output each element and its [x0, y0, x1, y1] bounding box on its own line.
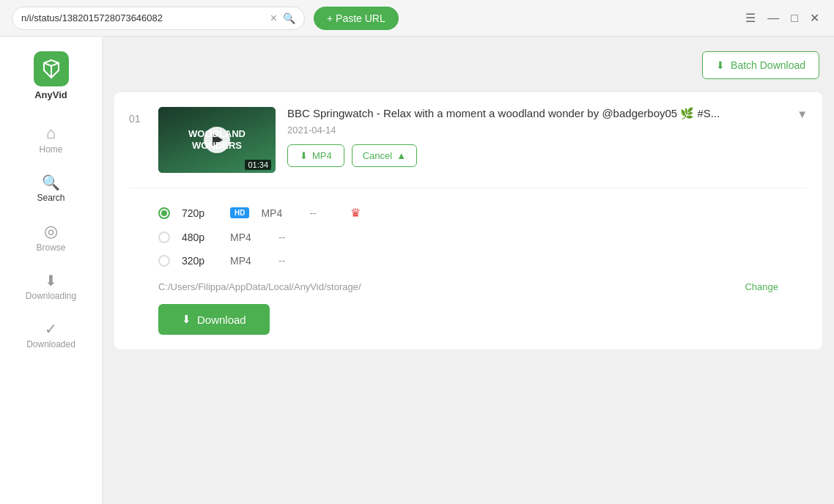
video-card: 01 WOODLANDWONDERS 01:34 BBC Springwatch…	[114, 92, 822, 349]
size-720p: --	[309, 207, 339, 219]
mp4-label: MP4	[312, 150, 332, 161]
mp4-button[interactable]: ⬇ MP4	[287, 144, 344, 167]
change-path-link[interactable]: Change	[745, 281, 778, 292]
size-480p: --	[278, 231, 308, 243]
search-nav-icon: 🔍	[42, 175, 60, 190]
search-icon: 🔍	[283, 12, 295, 24]
quality-label-720p: 720p	[182, 207, 218, 219]
cancel-arrow-icon: ▲	[396, 150, 406, 161]
video-date: 2021-04-14	[287, 125, 808, 136]
video-actions: ⬇ MP4 Cancel ▲	[287, 144, 808, 167]
hd-badge: HD	[230, 207, 249, 218]
sidebar-item-search[interactable]: 🔍 Search	[0, 165, 102, 213]
size-320p: --	[278, 255, 308, 267]
video-info: BBC Springwatch - Relax with a moment a …	[287, 107, 808, 167]
sidebar-item-browse[interactable]: ◎ Browse	[0, 213, 102, 263]
app-name: AnyVid	[34, 89, 67, 100]
url-input[interactable]: n/i/status/1382015728073646082	[21, 12, 265, 23]
sidebar-label-downloading: Downloading	[26, 291, 76, 301]
video-title-row: BBC Springwatch - Relax with a moment a …	[287, 107, 808, 120]
quality-label-320p: 320p	[182, 255, 218, 267]
quality-row-720p: 720p HD MP4 -- ♛	[158, 200, 808, 226]
quality-label-480p: 480p	[182, 231, 218, 243]
format-720p: MP4	[261, 207, 298, 219]
app-logo	[34, 51, 69, 86]
downloading-icon: ⬇	[45, 273, 57, 288]
content-area: ⬇ Batch Download 01 WOODLANDWONDERS 01:3…	[103, 37, 834, 504]
mp4-download-icon: ⬇	[300, 150, 308, 161]
quality-row-320p: 320p MP4 --	[158, 249, 808, 273]
logo-area: AnyVid	[34, 44, 69, 115]
sidebar-label-search: Search	[37, 193, 64, 203]
batch-download-label: Batch Download	[731, 59, 805, 71]
storage-path: C:/Users/Filippa/AppData/Local/AnyVid/st…	[158, 281, 736, 292]
main-layout: AnyVid ⌂ Home 🔍 Search ◎ Browse ⬇ Downlo…	[0, 37, 834, 504]
video-number: 01	[129, 113, 147, 125]
window-controls: ☰ — □ ✕	[742, 8, 822, 28]
thumb-overlay-text: WOODLANDWONDERS	[188, 128, 246, 151]
format-480p: MP4	[230, 231, 267, 243]
video-thumbnail[interactable]: WOODLANDWONDERS 01:34	[158, 107, 276, 173]
download-button[interactable]: ⬇ Download	[158, 304, 270, 335]
video-duration: 01:34	[245, 160, 271, 170]
title-bar: n/i/status/1382015728073646082 × 🔍 + Pas…	[0, 0, 834, 37]
cancel-label: Cancel	[363, 150, 392, 161]
download-icon: ⬇	[182, 313, 191, 326]
paste-url-button[interactable]: + Paste URL	[314, 7, 399, 30]
sidebar-label-downloaded: Downloaded	[26, 339, 75, 349]
close-button[interactable]: ✕	[807, 8, 822, 28]
sidebar-label-home: Home	[39, 144, 62, 155]
radio-480p[interactable]	[158, 231, 170, 243]
expand-arrow-icon[interactable]: ▼	[797, 108, 808, 120]
url-bar: n/i/status/1382015728073646082 × 🔍	[12, 7, 305, 30]
url-clear-button[interactable]: ×	[270, 12, 277, 25]
paste-url-label: + Paste URL	[327, 12, 385, 24]
radio-inner-720p	[161, 210, 167, 216]
browse-icon: ◎	[44, 223, 58, 240]
downloaded-icon: ✓	[45, 322, 57, 336]
cancel-button[interactable]: Cancel ▲	[352, 144, 417, 167]
video-title-text: BBC Springwatch - Relax with a moment a …	[287, 107, 792, 120]
radio-320p[interactable]	[158, 255, 170, 267]
batch-download-button[interactable]: ⬇ Batch Download	[702, 51, 819, 79]
sidebar-label-browse: Browse	[36, 242, 65, 253]
storage-row: C:/Users/Filippa/AppData/Local/AnyVid/st…	[129, 273, 808, 304]
sidebar: AnyVid ⌂ Home 🔍 Search ◎ Browse ⬇ Downlo…	[0, 37, 103, 504]
sidebar-item-home[interactable]: ⌂ Home	[0, 115, 102, 165]
menu-button[interactable]: ☰	[742, 8, 759, 28]
batch-download-icon: ⬇	[716, 59, 725, 71]
home-icon: ⌂	[46, 125, 56, 141]
sidebar-item-downloading[interactable]: ⬇ Downloading	[0, 263, 102, 311]
sidebar-item-downloaded[interactable]: ✓ Downloaded	[0, 311, 102, 360]
download-label: Download	[197, 314, 246, 326]
video-header: 01 WOODLANDWONDERS 01:34 BBC Springwatch…	[129, 107, 808, 173]
quality-row-480p: 480p MP4 --	[158, 226, 808, 249]
premium-icon: ♛	[350, 206, 361, 220]
maximize-button[interactable]: □	[788, 9, 801, 28]
quality-section: 720p HD MP4 -- ♛ 480p MP4 -- 320p	[129, 188, 808, 273]
radio-720p[interactable]	[158, 207, 170, 219]
minimize-button[interactable]: —	[764, 9, 782, 28]
format-320p: MP4	[230, 255, 267, 267]
